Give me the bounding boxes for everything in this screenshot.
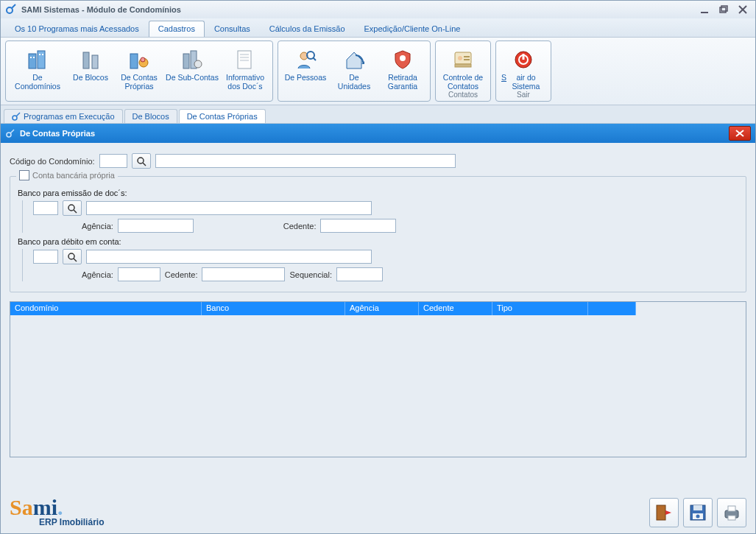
svg-rect-3 (720, 7, 726, 13)
menu-calculos[interactable]: Cálculos da Emissão (260, 21, 355, 37)
print-button[interactable] (717, 498, 746, 527)
tab-de-blocos[interactable]: De Blocos (124, 109, 177, 123)
svg-rect-14 (92, 55, 98, 68)
svg-rect-9 (30, 57, 32, 58)
footer: Sami. ERP Imobiliário (10, 492, 746, 527)
window-minimize-button[interactable] (696, 4, 713, 15)
col-blank[interactable] (588, 302, 636, 315)
legend-conta-bancaria: Conta bancária própria (16, 170, 118, 180)
label-agencia-1: Agência: (82, 222, 113, 231)
label-cedente-1: Cedente: (283, 222, 317, 231)
input-codigo-condominio[interactable] (99, 154, 127, 168)
btn-de-unidades[interactable]: De Unidades (330, 44, 378, 99)
label-banco-debito: Banco para débito em conta: (18, 237, 738, 246)
input-cedente-emissao[interactable] (320, 219, 396, 233)
search-icon (67, 203, 77, 214)
svg-line-49 (74, 259, 77, 261)
col-cedente[interactable]: Cedente (419, 302, 492, 315)
tab-programas-execucao[interactable]: Programas em Execução (4, 109, 123, 123)
key-icon (5, 128, 15, 138)
window-titlebar: SAMI Sistemas - Módulo de Condomínios (1, 1, 755, 18)
menu-consultas[interactable]: Consultas (205, 21, 260, 37)
window-close-button[interactable] (735, 4, 751, 15)
lookup-banco-debito-button[interactable] (63, 249, 82, 264)
section-banco-debito: Banco para débito em conta: Agência: Ced… (18, 237, 738, 281)
menu-expedicao[interactable]: Expedição/Cliente On-Line (355, 21, 470, 37)
ribbon-toolbar: De Condomínios De Blocos De Contas Própr… (1, 38, 755, 105)
svg-rect-34 (464, 59, 470, 60)
accounts-icon (127, 48, 151, 71)
btn-label: Controle de Contatos (441, 73, 485, 91)
save-button[interactable] (683, 498, 713, 527)
lookup-condominio-button[interactable] (132, 153, 151, 169)
svg-point-32 (458, 56, 462, 60)
btn-controle-contatos[interactable]: Controle de Contatos Contatos (439, 44, 487, 99)
input-banco-emissao-nome[interactable] (86, 201, 372, 215)
panel-title: De Contas Próprias (20, 129, 95, 138)
svg-marker-51 (665, 510, 671, 515)
btn-de-condominios[interactable]: De Condomínios (9, 44, 66, 99)
window-title: SAMI Sistemas - Módulo de Condomínios (21, 5, 181, 14)
buildings-icon (26, 48, 49, 71)
panel-close-button[interactable] (729, 126, 751, 141)
btn-sublabel: Sair (517, 91, 530, 99)
accounts-grid: Condomínio Banco Agência Cedente Tipo (10, 301, 746, 457)
tab-de-contas-proprias[interactable]: De Contas Próprias (179, 109, 266, 123)
btn-de-contas-proprias[interactable]: De Contas Próprias (115, 44, 163, 99)
tab-label: Programas em Execução (24, 112, 115, 121)
col-tipo[interactable]: Tipo (492, 302, 588, 315)
logo-subtitle: ERP Imobiliário (39, 517, 104, 527)
btn-label: De Sub-Contas (166, 73, 219, 91)
btn-de-sub-contas[interactable]: De Sub-Contas (163, 44, 221, 99)
svg-line-1 (12, 4, 15, 8)
grid-body[interactable] (10, 315, 746, 457)
checkbox-conta-propria[interactable] (19, 170, 29, 180)
btn-de-blocos[interactable]: De Blocos (66, 44, 115, 99)
input-agencia-debito[interactable] (118, 267, 160, 281)
btn-label: De Pessoas (285, 73, 327, 91)
ribbon-group-1: De Condomínios De Blocos De Contas Própr… (5, 41, 273, 102)
input-cedente-debito[interactable] (202, 267, 285, 281)
svg-rect-50 (657, 505, 665, 520)
btn-retirada-garantia[interactable]: Retirada Garantia (378, 44, 427, 99)
svg-rect-31 (455, 64, 471, 67)
col-agencia[interactable]: Agência (345, 302, 419, 315)
units-icon (342, 48, 366, 71)
menu-os10[interactable]: Os 10 Programas mais Acessados (5, 21, 149, 37)
input-banco-emissao-cod[interactable] (33, 201, 58, 215)
menu-cadastros[interactable]: Cadastros (149, 21, 205, 37)
input-condominio-nome[interactable] (155, 154, 456, 168)
svg-rect-33 (464, 56, 470, 57)
svg-point-0 (7, 7, 13, 13)
section-banco-emissao: Banco para emissão de doc´s: Agência: Ce… (18, 189, 738, 233)
lookup-banco-emissao-button[interactable] (63, 200, 82, 216)
grid-header: Condomínio Banco Agência Cedente Tipo (10, 302, 746, 315)
input-agencia-emissao[interactable] (118, 219, 194, 233)
btn-sublabel: Contatos (448, 91, 478, 99)
subaccounts-icon (180, 48, 204, 71)
row-codigo-condominio: Código do Condomínio: (10, 153, 746, 169)
svg-point-46 (68, 205, 74, 211)
input-banco-debito-nome[interactable] (86, 250, 372, 264)
btn-label: De Blocos (73, 73, 108, 91)
svg-rect-8 (38, 51, 45, 68)
label-banco-emissao: Banco para emissão de doc´s: (18, 189, 738, 197)
input-sequencial[interactable] (336, 267, 383, 281)
person-icon (294, 48, 317, 71)
btn-de-pessoas[interactable]: De Pessoas (281, 44, 330, 99)
col-condominio[interactable]: Condomínio (10, 302, 202, 315)
label-agencia-2: Agência: (82, 270, 113, 279)
window-restore-button[interactable] (716, 4, 732, 15)
input-banco-debito-cod[interactable] (33, 250, 58, 264)
svg-line-41 (10, 130, 14, 133)
svg-rect-53 (693, 505, 702, 510)
svg-point-48 (68, 253, 74, 259)
col-banco[interactable]: Banco (202, 302, 345, 315)
exit-button[interactable] (649, 498, 679, 527)
btn-informativo-docs[interactable]: Informativo dos Doc´s (221, 44, 269, 99)
btn-label: Informativo dos Doc´s (223, 73, 267, 91)
svg-rect-57 (728, 506, 735, 511)
search-icon (136, 156, 146, 166)
label-sequencial: Sequencial: (289, 270, 332, 279)
btn-sair-sistema[interactable]: Sair do Sistema Sair (499, 44, 548, 99)
